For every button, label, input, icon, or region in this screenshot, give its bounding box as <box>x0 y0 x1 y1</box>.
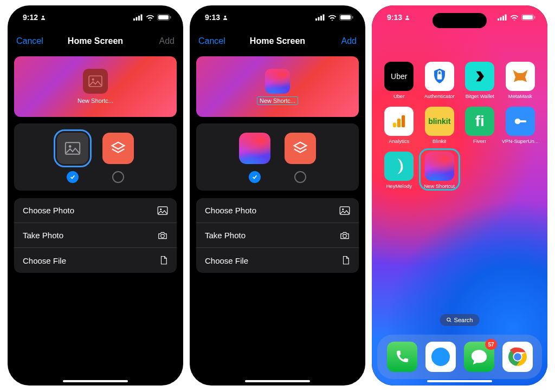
svg-point-15 <box>224 15 227 17</box>
home-indicator[interactable] <box>245 380 310 382</box>
new-shortcut-icon <box>425 152 454 181</box>
signal-icon <box>133 14 143 21</box>
chooser-custom[interactable] <box>55 131 90 183</box>
svg-point-26 <box>406 15 409 17</box>
phone-icon <box>394 349 410 365</box>
add-button[interactable]: Add <box>341 36 357 46</box>
person-icon <box>40 15 46 21</box>
svg-rect-36 <box>397 119 401 127</box>
bitget-icon <box>465 62 494 91</box>
app-authenticator[interactable]: Authenticator <box>421 62 459 99</box>
dock-messages[interactable]: 57 <box>464 342 494 372</box>
app-uber[interactable]: Uber Uber <box>380 62 418 99</box>
layers-icon <box>292 140 308 156</box>
take-photo-row[interactable]: Take Photo <box>14 223 177 248</box>
app-label: Authenticator <box>424 93 455 99</box>
phone-2: 9:13 Cancel Home Screen Add New Shortc..… <box>190 5 365 386</box>
preview-label-highlighted: New Shortc... <box>257 97 298 104</box>
preview-banner: New Shortc... <box>14 56 177 117</box>
messages-badge: 57 <box>485 339 496 350</box>
notch <box>250 13 305 28</box>
svg-rect-16 <box>315 18 317 21</box>
home-indicator[interactable] <box>427 380 492 382</box>
battery-icon <box>339 14 353 21</box>
fiverr-icon: fi <box>465 107 494 136</box>
choose-photo-row[interactable]: Choose Photo <box>14 198 177 223</box>
search-label: Search <box>454 317 473 323</box>
phone-3: 9:13 Uber Uber Authenticator Bitget Wall… <box>372 5 547 386</box>
dock-phone[interactable] <box>387 342 417 372</box>
uber-icon: Uber <box>384 62 414 91</box>
app-metamask[interactable]: MetaMask <box>502 62 539 99</box>
svg-point-11 <box>69 145 72 148</box>
document-icon <box>341 256 350 265</box>
choose-file-row[interactable]: Choose File <box>14 248 177 273</box>
app-vpn[interactable]: VPN-SuperUn... <box>502 107 539 144</box>
dock-chrome[interactable] <box>502 342 533 372</box>
person-icon <box>404 15 410 21</box>
status-time: 9:13 <box>205 13 220 22</box>
chooser-default[interactable] <box>283 131 318 183</box>
choose-photo-label: Choose Photo <box>205 206 256 215</box>
choose-photo-row[interactable]: Choose Photo <box>196 198 359 223</box>
cancel-button[interactable]: Cancel <box>16 36 43 46</box>
take-photo-label: Take Photo <box>205 231 246 240</box>
safari-icon <box>429 345 453 369</box>
preview-icon-placeholder <box>83 69 108 94</box>
camera-icon <box>157 231 168 240</box>
chooser-custom[interactable] <box>237 131 272 183</box>
svg-rect-18 <box>320 16 322 21</box>
spotlight-search-pill[interactable]: Search <box>440 314 480 326</box>
take-photo-row[interactable]: Take Photo <box>196 223 359 248</box>
svg-point-0 <box>42 15 44 17</box>
notch <box>433 13 487 28</box>
chooser-default[interactable] <box>101 131 135 183</box>
wifi-icon <box>146 14 154 21</box>
svg-point-45 <box>514 353 521 361</box>
nav-bar: Cancel Home Screen Add <box>190 29 365 53</box>
heymelody-icon <box>384 152 414 181</box>
choose-photo-label: Choose Photo <box>23 206 74 215</box>
app-new-shortcut-highlighted[interactable]: New Shortcut <box>421 150 459 189</box>
layers-icon <box>110 140 126 156</box>
app-blinkit[interactable]: blinkit Blinkit <box>421 107 459 144</box>
authenticator-icon <box>425 62 454 91</box>
chooser-custom-icon <box>239 133 270 164</box>
take-photo-label: Take Photo <box>23 231 63 240</box>
preview-label: New Shortc... <box>75 97 115 104</box>
svg-rect-32 <box>522 15 533 19</box>
cancel-button[interactable]: Cancel <box>198 36 225 46</box>
blinkit-icon: blinkit <box>425 107 454 136</box>
svg-point-24 <box>342 208 344 210</box>
app-grid: Uber Uber Authenticator Bitget Wallet Me… <box>372 62 547 189</box>
wifi-icon <box>328 14 337 21</box>
dock-safari[interactable] <box>425 342 456 372</box>
svg-rect-17 <box>318 17 320 21</box>
app-label: Bitget Wallet <box>466 93 494 99</box>
signal-icon <box>498 14 507 21</box>
chooser-default-icon <box>285 133 316 164</box>
svg-rect-28 <box>500 17 502 21</box>
dock: 57 <box>377 335 542 379</box>
vpn-icon <box>506 107 535 136</box>
app-label: Blinkit <box>433 138 446 144</box>
svg-rect-12 <box>158 206 167 214</box>
chooser-default-icon <box>102 133 134 164</box>
app-heymelody[interactable]: HeyMelody <box>380 152 418 189</box>
app-analytics[interactable]: Analytics <box>380 107 418 144</box>
home-indicator[interactable] <box>63 380 128 382</box>
svg-rect-19 <box>323 15 325 21</box>
app-fiverr[interactable]: fi Fiverr <box>461 107 499 144</box>
choose-file-row[interactable]: Choose File <box>196 248 359 273</box>
svg-point-13 <box>160 208 162 210</box>
radio-unchecked-icon <box>112 171 124 183</box>
svg-rect-2 <box>136 17 138 21</box>
app-bitget[interactable]: Bitget Wallet <box>461 62 499 99</box>
app-label: MetaMask <box>508 93 532 99</box>
svg-rect-10 <box>66 142 80 154</box>
app-label: Analytics <box>389 138 409 144</box>
app-label: VPN-SuperUn... <box>502 138 539 144</box>
svg-point-38 <box>515 119 521 125</box>
camera-icon <box>339 231 350 240</box>
person-icon <box>222 15 228 21</box>
